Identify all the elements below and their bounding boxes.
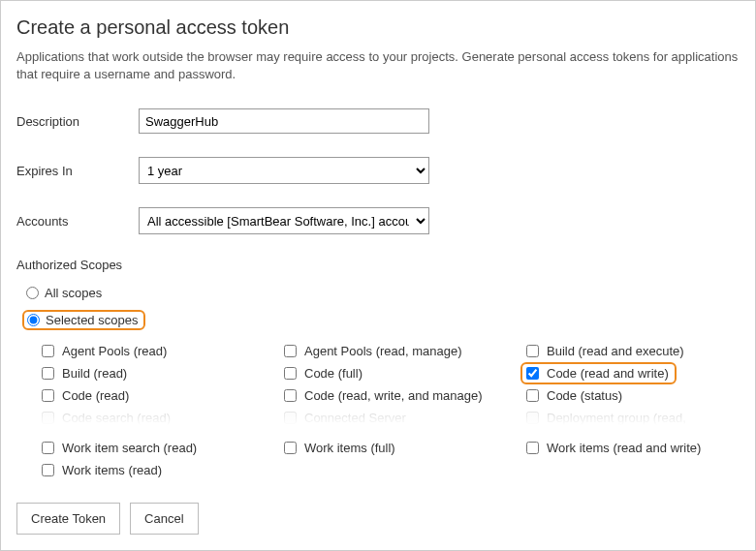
scope-agent-pools-read[interactable]: Agent Pools (read) xyxy=(42,344,284,358)
scope-deployment-group-read: Deployment group (read, xyxy=(526,411,740,425)
scope-code-read[interactable]: Code (read) xyxy=(42,388,284,403)
scope-work-items-read[interactable]: Work items (read) xyxy=(42,463,284,477)
accounts-label: Accounts xyxy=(16,214,139,229)
checkbox-agent-pools-read-manage[interactable] xyxy=(284,345,297,357)
scope-code-read-write-manage[interactable]: Code (read, write, and manage) xyxy=(284,388,526,403)
checkbox-build-read[interactable] xyxy=(42,367,54,380)
scopes-radio-group: All scopes Selected scopes xyxy=(22,284,740,332)
highlight-selected-scopes: Selected scopes xyxy=(22,310,145,330)
scope-work-items-read-write[interactable]: Work items (read and write) xyxy=(526,441,740,455)
checkbox-work-items-read-write[interactable] xyxy=(526,442,539,454)
scope-work-items-full[interactable]: Work items (full) xyxy=(284,441,526,455)
radio-all-scopes[interactable] xyxy=(26,287,39,299)
scope-code-status[interactable]: Code (status) xyxy=(526,388,740,403)
field-accounts: Accounts All accessible [SmartBear Softw… xyxy=(16,207,740,234)
radio-selected-scopes-label: Selected scopes xyxy=(46,313,138,327)
page-title: Create a personal access token xyxy=(16,16,740,39)
radio-all-scopes-row[interactable]: All scopes xyxy=(22,284,740,302)
checkbox-work-items-full[interactable] xyxy=(284,442,297,454)
checkbox-code-read[interactable] xyxy=(42,389,54,402)
checkbox-code-full[interactable] xyxy=(284,367,297,380)
accounts-select[interactable]: All accessible [SmartBear Software, Inc.… xyxy=(139,207,429,234)
checkbox-build-read-execute[interactable] xyxy=(526,345,539,357)
description-label: Description xyxy=(16,114,139,129)
field-description: Description xyxy=(16,108,740,134)
scopes-grid: Agent Pools (read) Agent Pools (read, ma… xyxy=(42,344,740,477)
intro-text: Applications that work outside the brows… xyxy=(16,48,740,83)
checkbox-deployment-group-read xyxy=(526,412,539,424)
checkbox-work-items-read[interactable] xyxy=(42,464,54,476)
scope-build-read[interactable]: Build (read) xyxy=(42,366,284,381)
create-pat-panel: Create a personal access token Applicati… xyxy=(0,0,756,551)
radio-all-scopes-label: All scopes xyxy=(45,286,102,300)
checkbox-agent-pools-read[interactable] xyxy=(42,345,54,357)
highlight-code-read-write: Code (read and write) xyxy=(520,362,677,384)
radio-selected-scopes-row[interactable]: Selected scopes xyxy=(22,308,740,332)
expires-label: Expires In xyxy=(16,164,139,178)
checkbox-connected-server xyxy=(284,412,297,424)
checkbox-code-status[interactable] xyxy=(526,389,539,402)
button-row: Create Token Cancel xyxy=(16,503,199,535)
create-token-button[interactable]: Create Token xyxy=(16,503,120,535)
checkbox-code-read-write-manage[interactable] xyxy=(284,389,297,402)
checkbox-code-search-read xyxy=(42,412,54,424)
scope-build-read-execute[interactable]: Build (read and execute) xyxy=(526,344,740,358)
scope-code-full[interactable]: Code (full) xyxy=(284,366,526,381)
radio-selected-scopes[interactable] xyxy=(27,314,40,326)
checkbox-code-read-write[interactable] xyxy=(526,367,539,380)
checkbox-work-item-search-read[interactable] xyxy=(42,442,54,454)
authorized-scopes-label: Authorized Scopes xyxy=(16,258,740,272)
description-input[interactable] xyxy=(139,108,429,134)
scope-connected-server: Connected Server xyxy=(284,411,526,425)
expires-select[interactable]: 1 year xyxy=(139,157,429,184)
scope-code-read-write[interactable]: Code (read and write) xyxy=(526,366,740,381)
scope-work-item-search-read[interactable]: Work item search (read) xyxy=(42,441,284,455)
scope-code-search-read: Code search (read) xyxy=(42,411,284,425)
field-expires: Expires In 1 year xyxy=(16,157,740,184)
scope-agent-pools-read-manage[interactable]: Agent Pools (read, manage) xyxy=(284,344,526,358)
cancel-button[interactable]: Cancel xyxy=(130,503,198,535)
